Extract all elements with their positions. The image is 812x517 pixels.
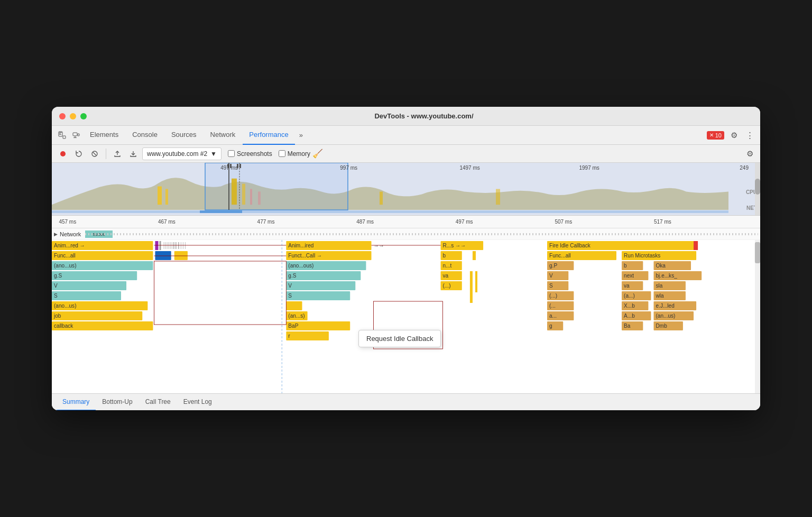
- svg-text:g.S: g.S: [288, 273, 296, 279]
- reload-record-button[interactable]: [72, 147, 86, 161]
- svg-rect-40: [173, 242, 174, 249]
- ts-487: 487 ms: [356, 219, 374, 225]
- screenshots-checkbox[interactable]: [228, 150, 235, 157]
- svg-text:wla: wla: [656, 293, 665, 299]
- svg-rect-19: [380, 191, 383, 205]
- svg-rect-14: [165, 189, 168, 205]
- svg-rect-82: [286, 331, 329, 340]
- svg-text:(...: (...: [549, 303, 556, 309]
- url-selector[interactable]: www.youtube.com #2 ▼: [142, 147, 222, 160]
- memory-checkbox-group: Memory: [279, 150, 310, 158]
- more-options-icon[interactable]: ⋮: [743, 129, 756, 142]
- svg-rect-60: [52, 311, 142, 320]
- timeline-overview[interactable]: 497 ms 997 ms 1497 ms 1997 ms 249 CPU NE…: [52, 163, 760, 216]
- svg-rect-95: [473, 251, 476, 260]
- brush-icon[interactable]: 🧹: [312, 149, 323, 159]
- network-bars: succe: [85, 230, 758, 238]
- svg-text:a...: a...: [549, 313, 557, 319]
- ts-507: 507 ms: [555, 219, 572, 225]
- svg-rect-73: [286, 281, 355, 290]
- svg-rect-33: [160, 241, 161, 250]
- tab-console[interactable]: Console: [126, 126, 164, 145]
- dropdown-icon: ▼: [210, 150, 217, 158]
- svg-text:S: S: [549, 283, 553, 289]
- upload-button[interactable]: [110, 147, 124, 161]
- svg-text:va: va: [443, 273, 449, 279]
- svg-text:job: job: [53, 313, 61, 319]
- svg-rect-20: [496, 189, 500, 205]
- svg-rect-35: [165, 242, 166, 249]
- devtools-window: DevTools - www.youtube.com/: [52, 107, 760, 410]
- svg-text:Anim...red →: Anim...red →: [54, 243, 85, 248]
- svg-text:b: b: [443, 253, 446, 258]
- close-button[interactable]: [59, 113, 66, 119]
- tooltip-request-idle-callback: Request Idle Callback: [358, 330, 441, 347]
- inspect-icon[interactable]: [56, 129, 69, 142]
- svg-rect-8: [73, 137, 77, 138]
- svg-text:V: V: [288, 283, 292, 289]
- svg-text:b: b: [624, 263, 627, 269]
- settings-icon[interactable]: ⚙: [727, 129, 740, 142]
- tab-performance[interactable]: Performance: [243, 126, 294, 145]
- svg-rect-154: [755, 242, 760, 263]
- ts-467: 467 ms: [158, 219, 176, 225]
- svg-text:g: g: [549, 323, 552, 329]
- memory-checkbox[interactable]: [279, 150, 285, 157]
- network-expand-icon[interactable]: ▶: [54, 232, 58, 237]
- svg-text:Func...all: Func...all: [549, 253, 571, 258]
- svg-rect-27: [239, 164, 241, 168]
- svg-rect-52: [52, 271, 137, 280]
- svg-rect-96: [470, 271, 473, 303]
- tab-sources[interactable]: Sources: [165, 126, 203, 145]
- svg-text:Run Microtasks: Run Microtasks: [624, 253, 660, 258]
- maximize-button[interactable]: [80, 113, 87, 119]
- svg-text:g.P: g.P: [549, 263, 557, 269]
- svg-rect-71: [286, 271, 361, 280]
- clear-button[interactable]: [88, 147, 102, 161]
- minimize-button[interactable]: [70, 113, 76, 119]
- svg-rect-49: [174, 251, 188, 260]
- svg-text:Fire Idle Callback: Fire Idle Callback: [549, 243, 591, 248]
- download-button[interactable]: [126, 147, 140, 161]
- svg-rect-44: [183, 242, 183, 249]
- svg-text:X...b: X...b: [624, 303, 635, 309]
- svg-text:Dmb: Dmb: [656, 323, 668, 329]
- svg-rect-36: [167, 242, 168, 249]
- svg-text:g.S: g.S: [54, 273, 62, 279]
- ts-517: 517 ms: [654, 219, 671, 225]
- svg-text:(ano...us): (ano...us): [54, 303, 76, 309]
- svg-rect-48: [155, 251, 171, 260]
- svg-rect-39: [172, 242, 172, 249]
- flame-chart[interactable]: Anim...red → Func...all: [52, 240, 760, 393]
- svg-text:(...): (...): [443, 283, 451, 289]
- svg-rect-24: [227, 164, 229, 168]
- svg-text:(a...): (a...): [624, 293, 635, 299]
- svg-text:V: V: [54, 283, 58, 289]
- svg-text:next: next: [624, 273, 634, 279]
- tab-summary[interactable]: Summary: [56, 394, 96, 411]
- window-title: DevTools - www.youtube.com/: [95, 112, 753, 120]
- svg-rect-37: [169, 242, 169, 249]
- svg-text:R...s →→: R...s →→: [443, 243, 466, 248]
- tab-bar-right: ✕ 10 ⚙ ⋮: [707, 129, 756, 142]
- record-button[interactable]: [56, 147, 70, 161]
- device-icon[interactable]: [70, 129, 82, 142]
- svg-text:n...t: n...t: [443, 263, 452, 269]
- tab-network[interactable]: Network: [204, 126, 242, 145]
- svg-rect-38: [170, 242, 171, 249]
- svg-rect-43: [181, 242, 181, 249]
- titlebar: DevTools - www.youtube.com/: [52, 107, 760, 126]
- tab-elements[interactable]: Elements: [84, 126, 125, 145]
- error-badge[interactable]: ✕ 10: [707, 131, 724, 140]
- timeline-scrollbar[interactable]: [755, 163, 760, 215]
- time-ruler: 457 ms 467 ms 477 ms 487 ms 497 ms 507 m…: [52, 216, 760, 228]
- tab-bar: Elements Console Sources Network Perform…: [52, 126, 760, 145]
- ts-477: 477 ms: [257, 219, 275, 225]
- tab-call-tree[interactable]: Call Tree: [139, 394, 177, 411]
- timeline-scrollbar-thumb[interactable]: [755, 179, 760, 195]
- tab-bottom-up[interactable]: Bottom-Up: [96, 394, 139, 411]
- svg-rect-1: [59, 133, 61, 134]
- toolbar-settings-icon[interactable]: ⚙: [743, 147, 756, 160]
- more-tabs-icon[interactable]: »: [296, 131, 306, 139]
- tab-event-log[interactable]: Event Log: [177, 394, 218, 411]
